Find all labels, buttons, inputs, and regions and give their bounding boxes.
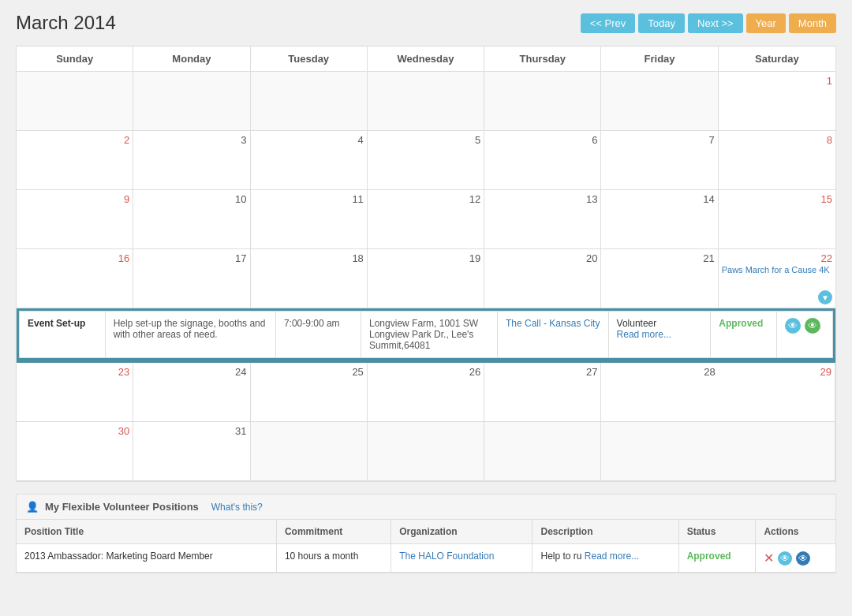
cal-cell-11[interactable]: 11 [251, 190, 368, 249]
day-number: 12 [371, 193, 480, 205]
cal-cell-29[interactable]: 29 [719, 363, 835, 422]
cal-cell-22[interactable]: 22 Paws March for a Cause 4K ▼ [719, 249, 835, 308]
cal-cell-30[interactable]: 30 [17, 422, 133, 481]
cal-cell-empty [368, 72, 484, 131]
day-number: 24 [136, 366, 246, 378]
actions-cell: ✕ 👁 👁 [756, 544, 835, 573]
cal-cell-18[interactable]: 18 [251, 249, 368, 308]
col-status: Status [678, 520, 756, 544]
cal-cell-2[interactable]: 2 [17, 131, 133, 190]
info-icon[interactable]: 👁 [796, 551, 810, 566]
cal-cell-27[interactable]: 27 [484, 363, 601, 422]
day-number: 14 [604, 193, 714, 205]
day-number: 27 [488, 366, 597, 378]
event-location-cell: Longview Farm, 1001 SW Longview Park Dr.… [361, 312, 498, 357]
organization-cell: The HALO Foundation [391, 544, 532, 573]
event-org-link[interactable]: The Call - Kansas City [506, 318, 600, 329]
event-volunteer-cell: Volunteer Read more... [608, 312, 711, 357]
cal-cell-16[interactable]: 16 [17, 249, 133, 308]
day-number: 16 [20, 252, 129, 264]
cal-cell-21[interactable]: 21 [601, 249, 718, 308]
cal-cell-12[interactable]: 12 [368, 190, 484, 249]
col-organization: Organization [391, 520, 532, 544]
cal-cell-25[interactable]: 25 [251, 363, 368, 422]
day-number: 13 [488, 193, 597, 205]
org-link[interactable]: The HALO Foundation [399, 551, 494, 562]
day-number: 30 [20, 425, 129, 437]
event-status-cell: Approved [711, 312, 776, 357]
day-number: 25 [254, 366, 364, 378]
view-icon[interactable]: 👁 [778, 551, 792, 566]
cal-cell-10[interactable]: 10 [133, 190, 250, 249]
day-number: 19 [371, 252, 480, 264]
cal-cell-5[interactable]: 5 [368, 131, 484, 190]
today-button[interactable]: Today [638, 13, 685, 33]
expanded-event-row: Event Set-up Help set-up the signage, bo… [17, 308, 835, 363]
whats-this-link[interactable]: What's this? [211, 502, 263, 513]
month-button[interactable]: Month [789, 13, 836, 33]
calendar-header: Sunday Monday Tuesday Wednesday Thursday… [17, 47, 835, 72]
nav-buttons: << Prev Today Next >> Year Month [581, 13, 836, 33]
expand-icon[interactable]: ▼ [818, 290, 832, 304]
cal-cell-4[interactable]: 4 [251, 131, 368, 190]
cal-cell-23[interactable]: 23 [17, 363, 133, 422]
day-number: 4 [254, 134, 364, 146]
description-cell: Help to ru Read more... [532, 544, 678, 573]
year-button[interactable]: Year [746, 13, 786, 33]
day-number: 26 [371, 366, 480, 378]
read-more-link[interactable]: Read more... [585, 551, 639, 562]
cal-cell-empty [484, 72, 601, 131]
read-more-link[interactable]: Read more... [617, 329, 671, 340]
header-sunday: Sunday [17, 47, 133, 71]
day-number: 7 [604, 134, 714, 146]
position-title-cell: 2013 Ambassador: Marketing Board Member [17, 544, 276, 573]
cal-cell-empty [601, 422, 718, 481]
view-icon[interactable]: 👁 [785, 318, 801, 334]
cal-cell-31[interactable]: 31 [133, 422, 250, 481]
cal-cell-26[interactable]: 26 [368, 363, 484, 422]
calendar: Sunday Monday Tuesday Wednesday Thursday… [16, 46, 836, 482]
cal-cell-19[interactable]: 19 [368, 249, 484, 308]
volunteer-table-body: 2013 Ambassador: Marketing Board Member … [17, 544, 835, 573]
volunteer-header: 👤 My Flexible Volunteer Positions What's… [17, 495, 835, 520]
volunteer-table: Position Title Commitment Organization D… [17, 520, 835, 573]
volunteer-type: Volunteer [617, 318, 657, 329]
next-button[interactable]: Next >> [688, 13, 743, 33]
header-row: March 2014 << Prev Today Next >> Year Mo… [16, 12, 836, 34]
cal-cell-17[interactable]: 17 [133, 249, 250, 308]
day-number: 28 [604, 366, 715, 378]
event-time-cell: 7:00-9:00 am [275, 312, 361, 357]
paws-event[interactable]: Paws March for a Cause 4K [722, 264, 832, 275]
calendar-grid: 1 2 3 4 5 6 7 8 [17, 72, 835, 481]
day-number: 2 [20, 134, 129, 146]
cal-cell-7[interactable]: 7 [601, 131, 718, 190]
prev-button[interactable]: << Prev [581, 13, 636, 33]
cal-cell-6[interactable]: 6 [484, 131, 601, 190]
cal-cell-28[interactable]: 28 [601, 363, 718, 422]
col-commitment: Commitment [276, 520, 390, 544]
delete-icon[interactable]: ✕ [764, 551, 774, 566]
cal-cell-15[interactable]: 15 [719, 190, 835, 249]
col-description: Description [532, 520, 678, 544]
cal-cell-9[interactable]: 9 [17, 190, 133, 249]
cal-cell-14[interactable]: 14 [601, 190, 718, 249]
header-friday: Friday [601, 47, 718, 71]
col-actions: Actions [756, 520, 835, 544]
cal-cell-20[interactable]: 20 [484, 249, 601, 308]
header-thursday: Thursday [484, 47, 601, 71]
event-actions-cell: 👁 👁 [776, 312, 832, 357]
day-number: 1 [722, 75, 832, 87]
day-number: 3 [136, 134, 246, 146]
cal-cell-8[interactable]: 8 [719, 131, 835, 190]
event-description-cell: Help set-up the signage, booths and with… [105, 312, 275, 357]
cal-cell-empty [719, 422, 835, 481]
day-number: 21 [604, 252, 714, 264]
cal-cell-3[interactable]: 3 [133, 131, 250, 190]
cal-cell-13[interactable]: 13 [484, 190, 601, 249]
cal-cell-24[interactable]: 24 [133, 363, 250, 422]
cal-cell-1[interactable]: 1 [719, 72, 835, 131]
day-number: 23 [20, 366, 129, 378]
edit-icon[interactable]: 👁 [805, 318, 820, 334]
header-wednesday: Wednesday [368, 47, 484, 71]
status-badge: Approved [719, 318, 763, 329]
